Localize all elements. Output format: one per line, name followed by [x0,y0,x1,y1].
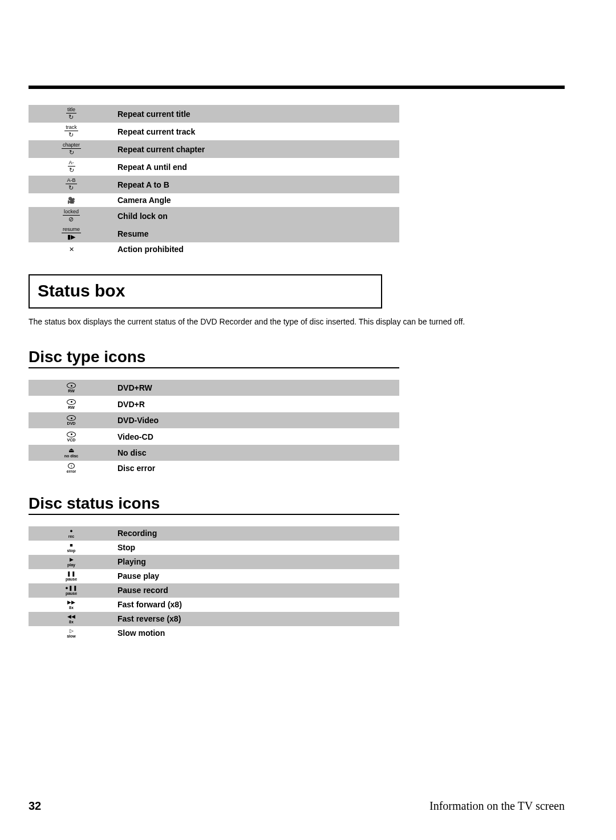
page-footer: 32 Information on the TV screen [29,800,565,813]
icon-description: DVD+R [114,396,399,412]
status-icon: locked⊘ [29,207,114,225]
icon-description: Pause play [114,569,399,583]
table-row: VCDVideo-CD [29,428,399,445]
status-icon: title↻ [29,105,114,123]
icon-description: Child lock on [114,207,399,225]
disc-type-icon: VCD [29,428,114,445]
disc-status-heading: Disc status icons [29,494,399,515]
disc-status-icon: ▶▶8x [29,598,114,612]
disc-status-icon: ▷slow [29,626,114,640]
icon-description: Camera Angle [114,193,399,207]
status-box: Status box [29,274,382,309]
disc-status-icon: ▶play [29,555,114,569]
status-icon: resume▮▶ [29,225,114,242]
icon-description: Repeat A until end [114,158,399,176]
disc-type-icon: RW [29,380,114,396]
table-row: ●❚❚pausePause record [29,583,399,598]
status-icon: track↻ [29,123,114,140]
table-row: DVDDVD-Video [29,412,399,429]
table-row: track↻Repeat current track [29,123,399,140]
table-row: A-↻Repeat A until end [29,158,399,176]
table-row: A-B↻Repeat A to B [29,176,399,193]
status-icon: chapter↻ [29,140,114,158]
table-row: locked⊘Child lock on [29,207,399,225]
table-row: ❚❚pausePause play [29,569,399,583]
icon-description: Fast reverse (x8) [114,612,399,626]
icon-description: Fast forward (x8) [114,598,399,612]
disc-type-icon: DVD [29,412,114,429]
top-icons-table: title↻Repeat current titletrack↻Repeat c… [29,105,399,256]
icon-description: Recording [114,526,399,541]
icon-description: Resume [114,225,399,242]
table-row: ▷slowSlow motion [29,626,399,640]
table-row: ▶▶8xFast forward (x8) [29,598,399,612]
status-icon: A-B↻ [29,176,114,193]
page: title↻Repeat current titletrack↻Repeat c… [0,0,616,840]
status-icon: ✕ [29,242,114,256]
table-row: ⏏no discNo disc [29,445,399,461]
icon-description: Repeat current chapter [114,140,399,158]
table-row: 🎥Camera Angle [29,193,399,207]
status-box-text: The status box displays the current stat… [29,316,542,327]
icon-description: No disc [114,445,399,461]
top-rule [29,86,565,89]
icon-description: Stop [114,541,399,555]
icon-description: Playing [114,555,399,569]
disc-status-icon: ■stop [29,541,114,555]
table-row: ▶playPlaying [29,555,399,569]
footer-title: Information on the TV screen [429,800,565,813]
table-row: ✕Action prohibited [29,242,399,256]
table-row: !errorDisc error [29,461,399,476]
status-icon: A-↻ [29,158,114,176]
icon-description: Disc error [114,461,399,476]
icon-description: Repeat A to B [114,176,399,193]
table-row: title↻Repeat current title [29,105,399,123]
icon-description: Action prohibited [114,242,399,256]
icon-description: DVD-Video [114,412,399,429]
disc-type-icon: RW [29,396,114,412]
table-row: RWDVD+RW [29,380,399,396]
table-row: chapter↻Repeat current chapter [29,140,399,158]
table-row: ■stopStop [29,541,399,555]
disc-type-table: RWDVD+RWRWDVD+RDVDDVD-VideoVCDVideo-CD⏏n… [29,380,399,476]
table-row: ◀◀8xFast reverse (x8) [29,612,399,626]
page-number: 32 [29,800,41,813]
disc-type-icon: ⏏no disc [29,445,114,461]
icon-description: Pause record [114,583,399,598]
disc-type-heading: Disc type icons [29,348,399,368]
table-row: RWDVD+R [29,396,399,412]
disc-type-icon: !error [29,461,114,476]
disc-status-icon: ◀◀8x [29,612,114,626]
icon-description: Repeat current title [114,105,399,123]
disc-status-icon: ●❚❚pause [29,583,114,598]
icon-description: Repeat current track [114,123,399,140]
icon-description: Slow motion [114,626,399,640]
table-row: ●recRecording [29,526,399,541]
status-icon: 🎥 [29,193,114,207]
icon-description: DVD+RW [114,380,399,396]
disc-status-icon: ❚❚pause [29,569,114,583]
disc-status-table: ●recRecording■stopStop▶playPlaying❚❚paus… [29,526,399,640]
icon-description: Video-CD [114,428,399,445]
status-box-title: Status box [38,281,373,301]
disc-status-icon: ●rec [29,526,114,541]
table-row: resume▮▶Resume [29,225,399,242]
